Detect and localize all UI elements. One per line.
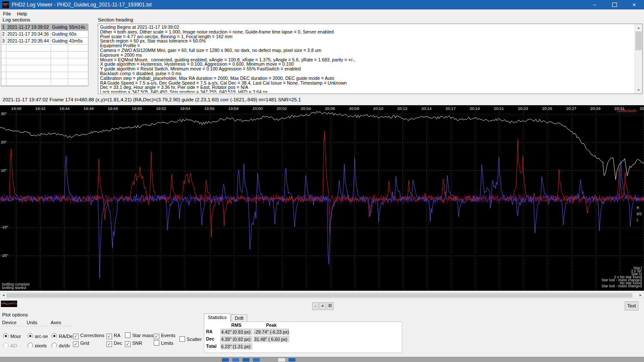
plot-options-label: Plot options: [2, 312, 28, 317]
log-cell: [51, 45, 68, 52]
checkbox-corrections[interactable]: ✓Corrections: [73, 331, 104, 337]
close-button[interactable]: ×: [624, 0, 644, 9]
scrollbar-thumb[interactable]: [635, 31, 642, 50]
minimize-button[interactable]: –: [585, 0, 605, 9]
taskbar[interactable]: [0, 357, 644, 362]
log-cell: 2021-11-17 20:34:36: [6, 31, 51, 38]
stats-row: Dec4.39" (0.92 px)31.48" ( 6.60 px): [206, 335, 290, 343]
checkbox-scatter[interactable]: Scatter: [179, 335, 202, 341]
time-tick-label: 19:48: [107, 106, 119, 111]
checkbox-icon: [154, 340, 159, 346]
stats-rms-value: 6.23" (1.31 px): [220, 343, 253, 350]
settle-event-label: Settling started: [2, 286, 26, 290]
log-section-row[interactable]: 12021-11-17 19:39:02Guiding55m14s: [1, 24, 88, 31]
log-section-row[interactable]: 22021-11-17 20:34:36Guiding60s: [1, 31, 88, 38]
guide-graph[interactable]: 19:4019:4219:4419:4619:4819:5019:5219:54…: [0, 105, 644, 291]
checkbox-icon: [125, 332, 131, 338]
stats-peak-value: 31.48" ( 6.60 px): [253, 335, 290, 343]
checkbox-grid[interactable]: ✓Grid: [73, 339, 89, 345]
taskbar-icon[interactable]: [289, 358, 295, 362]
time-tick-label: 20:10: [372, 106, 384, 111]
log-cell: [68, 72, 88, 79]
group-label: Device: [2, 320, 23, 326]
maximize-button[interactable]: [605, 0, 624, 9]
scroll-up-icon[interactable]: ▲: [635, 24, 642, 31]
time-tick-label: 20:04: [300, 106, 312, 111]
time-tick-label: 20:21: [493, 106, 505, 111]
scroll-right-icon[interactable]: ►: [638, 293, 644, 298]
taskbar-icon[interactable]: [232, 358, 239, 362]
log-cell: Guiding: [51, 31, 68, 38]
stats-row-label: RA: [206, 328, 220, 335]
log-section-row[interactable]: 32021-11-17 20:35:44Guiding43m5s: [1, 38, 88, 45]
text-view-button[interactable]: Text: [625, 301, 638, 310]
scroll-left-icon[interactable]: ◄: [0, 293, 6, 298]
time-tick-label: 19:56: [204, 106, 216, 111]
log-cell: 55m14s: [68, 24, 88, 31]
taskbar-icon[interactable]: [253, 358, 260, 362]
time-tick-label: 19:46: [83, 106, 95, 111]
stats-corner-cell: [206, 322, 220, 328]
log-cell: [1, 52, 6, 58]
scroll-down-icon[interactable]: ▼: [635, 86, 642, 94]
log-cell: [6, 58, 51, 65]
y-axis-label: 10": [1, 168, 7, 173]
checkbox-events[interactable]: ✓Events: [154, 331, 176, 337]
radio-pixels[interactable]: pixels: [27, 341, 50, 347]
log-cell: 1: [1, 24, 6, 31]
stats-rms-value: 4.39" (0.92 px): [220, 335, 253, 343]
zoom-out-button[interactable]: -: [312, 302, 319, 310]
statistics-table: RMSPeakRA4.42" (0.93 px)-29.74" (-6.23 p…: [206, 322, 290, 350]
radio-ao[interactable]: AO: [3, 341, 25, 347]
window-title: PHD2 Log Viewer - PHD2_GuideLog_2021-11-…: [12, 0, 152, 9]
star-event-label: Star lost - mass changed: [601, 284, 642, 288]
guide-graph-canvas[interactable]: [0, 105, 644, 291]
stats-row: Total6.23" (1.31 px): [206, 343, 290, 350]
time-tick-label: 20:25: [541, 106, 553, 111]
log-sections-table[interactable]: 12021-11-17 19:39:02Guiding55m14s22021-1…: [1, 24, 88, 86]
checkbox-label: Star mass: [132, 333, 154, 338]
zoom-in-button[interactable]: +: [319, 302, 326, 310]
radio-mour[interactable]: Mour: [3, 332, 25, 338]
log-empty-row: [1, 45, 88, 52]
statistics-panel: RMSPeakRA4.42" (0.93 px)-29.74" (-6.23 p…: [204, 322, 402, 353]
graph-horizontal-scrollbar[interactable]: ◄ ►: [0, 292, 644, 298]
log-cell: [1, 65, 6, 72]
section-vertical-scrollbar[interactable]: ▲ ▼: [635, 24, 642, 94]
reset-zoom-button[interactable]: R: [327, 302, 334, 310]
y-axis-label: -20": [1, 253, 8, 258]
tab-drift[interactable]: Drift: [231, 314, 247, 322]
group-label: Units: [27, 320, 47, 326]
taskbar-icon[interactable]: [243, 358, 249, 362]
radio-arc-se[interactable]: arc-se: [27, 332, 50, 338]
log-cell: [1, 45, 6, 52]
radio-label: AO: [10, 343, 17, 347]
radio-label: arc-se: [35, 334, 48, 338]
scrollbar-thumb[interactable]: [6, 293, 632, 298]
close-icon: ×: [632, 1, 636, 8]
section-heading-box[interactable]: Guiding Begins at 2021-11-17 19:39:02 Di…: [98, 24, 643, 94]
radio-icon: [27, 333, 33, 338]
log-cell: [1, 79, 6, 86]
checkbox-dec[interactable]: ✓Dec: [106, 339, 122, 345]
taskbar-icon[interactable]: [222, 358, 229, 362]
checkbox-snr[interactable]: ✓SNR: [125, 339, 142, 345]
time-tick-label: 19:54: [179, 106, 191, 111]
checkbox-limits[interactable]: Limits: [154, 339, 173, 345]
stats-row-label: Total: [206, 343, 220, 350]
taskbar-icon[interactable]: [278, 358, 285, 362]
log-cell: [51, 79, 68, 86]
checkbox-label: SNR: [132, 341, 142, 346]
time-tick-label: 19:58: [228, 106, 240, 111]
checkbox-ra[interactable]: ✓RA: [106, 331, 120, 337]
stats-row-label: Dec: [206, 335, 220, 343]
log-cell: Guiding: [51, 38, 68, 45]
stats-header-row: RMSPeak: [206, 322, 290, 328]
time-tick-label: 20:14: [420, 106, 432, 111]
checkbox-star-mass[interactable]: Star mass: [125, 331, 154, 337]
log-cell: [68, 52, 88, 58]
tab-statistics[interactable]: Statistics: [204, 313, 231, 322]
stats-tabs: StatisticsDrift: [204, 313, 248, 322]
time-tick-label: 19:42: [34, 106, 46, 111]
y-axis-label: 30": [1, 111, 7, 116]
